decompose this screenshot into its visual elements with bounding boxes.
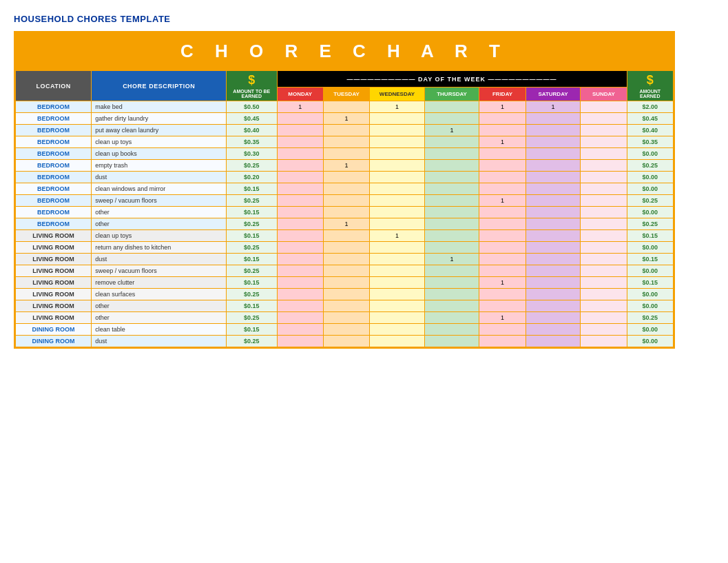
wednesday-cell xyxy=(370,254,425,265)
sunday-cell xyxy=(581,300,627,312)
table-row: BEDROOM dust $0.20 $0.00 xyxy=(16,172,674,183)
sunday-cell xyxy=(581,172,627,183)
earned-cell: $0.00 xyxy=(627,324,673,336)
location-cell: LIVING ROOM xyxy=(16,289,92,300)
earned-cell: $2.00 xyxy=(627,101,673,113)
amount-cell: $0.25 xyxy=(227,265,277,277)
monday-cell xyxy=(277,125,323,136)
wednesday-cell xyxy=(370,160,425,172)
location-cell: LIVING ROOM xyxy=(16,254,92,265)
chore-cell: clean up toys xyxy=(92,136,227,148)
amount-cell: $0.20 xyxy=(227,172,277,183)
wednesday-cell xyxy=(370,218,425,230)
monday-cell xyxy=(277,230,323,242)
wednesday-cell xyxy=(370,125,425,136)
earned-cell: $0.00 xyxy=(627,207,673,218)
amount-cell: $0.35 xyxy=(227,136,277,148)
thursday-cell xyxy=(424,324,479,336)
chore-cell: other xyxy=(92,218,227,230)
tuesday-header: TUESDAY xyxy=(323,88,369,101)
earned-cell: $0.00 xyxy=(627,183,673,195)
saturday-cell xyxy=(526,336,581,347)
chore-cell: clean table xyxy=(92,324,227,336)
saturday-header: SATURDAY xyxy=(526,88,581,101)
friday-header: FRIDAY xyxy=(479,88,526,101)
earned-cell: $0.40 xyxy=(627,125,673,136)
tuesday-cell: 1 xyxy=(323,113,369,125)
sunday-cell xyxy=(581,265,627,277)
saturday-cell xyxy=(526,265,581,277)
saturday-cell xyxy=(526,195,581,207)
tuesday-cell: 1 xyxy=(323,160,369,172)
amount-cell: $0.25 xyxy=(227,242,277,254)
saturday-cell xyxy=(526,312,581,324)
thursday-cell xyxy=(424,230,479,242)
saturday-cell xyxy=(526,300,581,312)
sunday-cell xyxy=(581,195,627,207)
table-row: LIVING ROOM clean up toys $0.15 1 $0.15 xyxy=(16,230,674,242)
wednesday-cell xyxy=(370,324,425,336)
location-cell: BEDROOM xyxy=(16,172,92,183)
chore-cell: clean up toys xyxy=(92,230,227,242)
location-cell: LIVING ROOM xyxy=(16,242,92,254)
monday-cell xyxy=(277,113,323,125)
saturday-cell xyxy=(526,148,581,160)
sunday-cell xyxy=(581,324,627,336)
monday-cell xyxy=(277,207,323,218)
table-row: LIVING ROOM dust $0.15 1 $0.15 xyxy=(16,254,674,265)
sunday-cell xyxy=(581,312,627,324)
monday-cell xyxy=(277,254,323,265)
monday-cell xyxy=(277,289,323,300)
location-cell: BEDROOM xyxy=(16,113,92,125)
tuesday-cell xyxy=(323,300,369,312)
amount-cell: $0.15 xyxy=(227,324,277,336)
tuesday-cell xyxy=(323,125,369,136)
table-row: DINING ROOM clean table $0.15 $0.00 xyxy=(16,324,674,336)
tuesday-cell xyxy=(323,289,369,300)
tuesday-cell xyxy=(323,277,369,289)
location-cell: LIVING ROOM xyxy=(16,312,92,324)
earned-cell: $0.15 xyxy=(627,277,673,289)
friday-cell: 1 xyxy=(479,195,526,207)
amount-cell: $0.25 xyxy=(227,218,277,230)
saturday-cell: 1 xyxy=(526,101,581,113)
saturday-cell xyxy=(526,289,581,300)
chore-cell: make bed xyxy=(92,101,227,113)
wednesday-cell xyxy=(370,183,425,195)
thursday-cell xyxy=(424,183,479,195)
sunday-cell xyxy=(581,148,627,160)
friday-cell xyxy=(479,289,526,300)
chore-cell: dust xyxy=(92,254,227,265)
location-cell: LIVING ROOM xyxy=(16,300,92,312)
page-title: HOUSEHOLD CHORES TEMPLATE xyxy=(14,14,714,24)
thursday-cell xyxy=(424,242,479,254)
thursday-header: THURSDAY xyxy=(424,88,479,101)
thursday-cell xyxy=(424,218,479,230)
location-cell: BEDROOM xyxy=(16,160,92,172)
wednesday-cell xyxy=(370,312,425,324)
table-row: BEDROOM sweep / vacuum floors $0.25 1 $0… xyxy=(16,195,674,207)
location-cell: BEDROOM xyxy=(16,125,92,136)
sunday-cell xyxy=(581,136,627,148)
friday-cell xyxy=(479,113,526,125)
amount-cell: $0.15 xyxy=(227,254,277,265)
amount-cell: $0.25 xyxy=(227,160,277,172)
tuesday-cell: 1 xyxy=(323,218,369,230)
thursday-cell: 1 xyxy=(424,254,479,265)
chore-cell: put away clean laundry xyxy=(92,125,227,136)
wednesday-cell xyxy=(370,207,425,218)
tuesday-cell xyxy=(323,336,369,347)
amount-cell: $0.15 xyxy=(227,230,277,242)
sunday-cell xyxy=(581,207,627,218)
wednesday-cell xyxy=(370,289,425,300)
sunday-cell xyxy=(581,113,627,125)
earned-cell: $0.00 xyxy=(627,336,673,347)
earned-cell: $0.15 xyxy=(627,254,673,265)
saturday-cell xyxy=(526,136,581,148)
location-cell: DINING ROOM xyxy=(16,324,92,336)
friday-cell xyxy=(479,160,526,172)
location-cell: BEDROOM xyxy=(16,218,92,230)
chore-cell: clean windows and mirror xyxy=(92,183,227,195)
tuesday-cell xyxy=(323,207,369,218)
tuesday-cell xyxy=(323,230,369,242)
